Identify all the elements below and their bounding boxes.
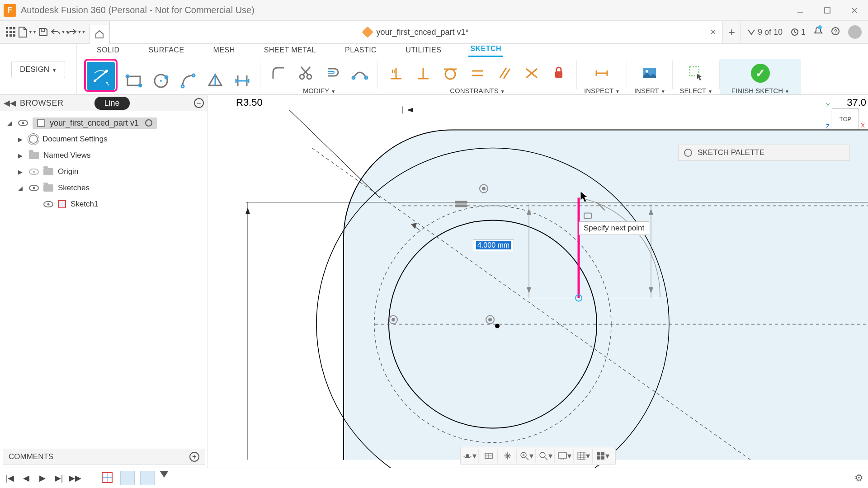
file-menu-button[interactable]: ▼ — [20, 24, 34, 40]
equal-constraint[interactable] — [467, 62, 488, 84]
tab-utilities[interactable]: UTILITIES — [404, 45, 443, 57]
svg-rect-4 — [6, 27, 8, 29]
tangent-constraint[interactable] — [439, 62, 461, 84]
zoom-button[interactable]: ▾ — [521, 449, 536, 463]
tree-item-named-views[interactable]: Named Views — [43, 151, 91, 160]
tab-sheet-metal[interactable]: SHEET METAL — [262, 45, 318, 57]
fix-constraint[interactable] — [548, 62, 570, 84]
expand-icon[interactable]: ▶ — [16, 169, 24, 175]
close-document-button[interactable]: × — [710, 26, 716, 38]
radius-dimension-label[interactable]: R3.50 — [236, 97, 263, 108]
coincident-constraint[interactable] — [521, 62, 542, 84]
timeline-play-button[interactable]: ▶ — [37, 473, 48, 483]
select-tool[interactable] — [685, 62, 707, 84]
home-tab[interactable] — [90, 24, 109, 44]
visibility-toggle[interactable] — [18, 120, 28, 126]
browser-pin-button[interactable]: – — [194, 98, 204, 108]
data-panel-button[interactable] — [4, 24, 18, 40]
workspace-switcher[interactable]: DESIGN — [0, 44, 77, 95]
tree-item-origin[interactable]: Origin — [58, 167, 78, 176]
sketch-canvas[interactable]: R3.50 37.0 TOPZ SKETCH PALETTE 4.000 mm … — [208, 95, 868, 468]
polygon-tool[interactable] — [204, 70, 226, 92]
tree-item-document-settings[interactable]: Document Settings — [42, 135, 108, 144]
ribbon-label-finish[interactable]: FINISH SKETCH — [731, 87, 789, 94]
maximize-button[interactable] — [814, 0, 841, 21]
offset-tool[interactable] — [322, 62, 344, 84]
visibility-toggle[interactable] — [29, 169, 39, 175]
expand-icon[interactable]: ▶ — [16, 136, 24, 143]
grid-settings-button[interactable]: ▾ — [578, 449, 593, 463]
expand-icon[interactable]: ▶ — [16, 152, 24, 159]
measure-tool[interactable] — [591, 62, 613, 84]
ribbon-label-insert[interactable]: INSERT — [634, 87, 665, 94]
browser-collapse-button[interactable]: ◀◀ — [4, 98, 16, 108]
timeline-prev-button[interactable]: ◀ — [21, 473, 32, 483]
expand-icon[interactable]: ◢ — [5, 120, 14, 127]
arc-tool[interactable] — [177, 70, 199, 92]
close-button[interactable] — [841, 0, 868, 21]
horizontal-vertical-constraint[interactable] — [385, 62, 407, 84]
parallel-constraint[interactable] — [494, 62, 515, 84]
redo-button[interactable]: ▼ — [69, 24, 83, 40]
finish-sketch-button[interactable]: ✓ — [750, 62, 771, 84]
dimension-edit-input[interactable]: 4.000 mm — [473, 239, 514, 251]
ribbon-label-modify[interactable]: MODIFY — [303, 87, 335, 94]
tree-item-sketches[interactable]: Sketches — [58, 183, 90, 192]
activate-radio-icon[interactable] — [145, 119, 152, 127]
insert-image-tool[interactable] — [639, 62, 660, 84]
job-status[interactable]: 1 — [791, 28, 806, 37]
line-tool[interactable]: ↖ — [87, 62, 115, 90]
svg-rect-12 — [13, 34, 15, 37]
timeline-marker[interactable] — [160, 471, 168, 478]
add-comment-button[interactable]: + — [189, 452, 199, 462]
undo-button[interactable]: ▼ — [52, 24, 67, 40]
tree-item-sketch1[interactable]: Sketch1 — [71, 200, 98, 209]
perpendicular-constraint[interactable] — [412, 62, 434, 84]
ribbon-label-select[interactable]: SELECT — [680, 87, 712, 94]
visibility-toggle[interactable] — [43, 201, 53, 207]
timeline-feature-sketch[interactable] — [100, 471, 115, 485]
timeline-feature[interactable] — [140, 471, 155, 485]
tab-surface[interactable]: SURFACE — [147, 45, 186, 57]
display-settings-button[interactable]: ▾ — [559, 449, 574, 463]
fit-button[interactable]: ▾ — [540, 449, 555, 463]
user-avatar[interactable] — [848, 25, 862, 39]
slot-tool[interactable] — [231, 70, 253, 92]
fillet-tool[interactable] — [268, 62, 289, 84]
extend-tool[interactable] — [349, 62, 371, 84]
extensions-status[interactable]: 9 of 10 — [747, 28, 783, 37]
minimize-button[interactable] — [787, 0, 814, 21]
visibility-toggle[interactable] — [29, 185, 39, 191]
look-at-button[interactable] — [483, 449, 498, 463]
tree-root-component[interactable]: your_first_cnced_part v1 — [33, 117, 157, 129]
viewport-layout-button[interactable]: ▾ — [597, 449, 612, 463]
new-tab-button[interactable]: + — [723, 21, 741, 43]
tab-plastic[interactable]: PLASTIC — [343, 45, 378, 57]
orbit-button[interactable]: ▾ — [464, 449, 479, 463]
linear-dimension-label[interactable]: 37.0 — [847, 97, 866, 108]
comments-bar[interactable]: COMMENTS + — [3, 449, 205, 465]
save-button[interactable] — [36, 24, 51, 40]
sketch-palette-header[interactable]: SKETCH PALETTE — [678, 145, 850, 161]
timeline-start-button[interactable]: |◀ — [5, 473, 15, 483]
trim-tool[interactable] — [295, 62, 316, 84]
timeline-next-button[interactable]: ▶| — [53, 473, 64, 483]
view-cube[interactable]: TOPZ — [832, 108, 859, 129]
tab-solid[interactable]: SOLID — [95, 45, 122, 57]
pan-button[interactable] — [502, 449, 517, 463]
timeline-feature[interactable] — [120, 471, 135, 485]
notifications-button[interactable] — [814, 26, 823, 38]
svg-marker-65 — [407, 108, 413, 113]
help-button[interactable]: ? — [831, 27, 840, 38]
ribbon-label-constraints[interactable]: CONSTRAINTS — [450, 87, 505, 94]
tab-mesh[interactable]: MESH — [212, 45, 237, 57]
timeline-end-button[interactable]: ▶▶ — [70, 473, 80, 483]
expand-icon[interactable]: ◢ — [16, 185, 24, 192]
timeline-settings-button[interactable]: ⚙ — [854, 472, 863, 484]
rectangle-tool[interactable] — [123, 70, 145, 92]
svg-line-106 — [545, 457, 547, 460]
ribbon-label-inspect[interactable]: INSPECT — [584, 87, 620, 94]
circle-tool[interactable] — [150, 70, 172, 92]
document-tab[interactable]: your_first_cnced_part v1* × — [109, 21, 723, 43]
tab-sketch[interactable]: SKETCH — [468, 44, 503, 57]
